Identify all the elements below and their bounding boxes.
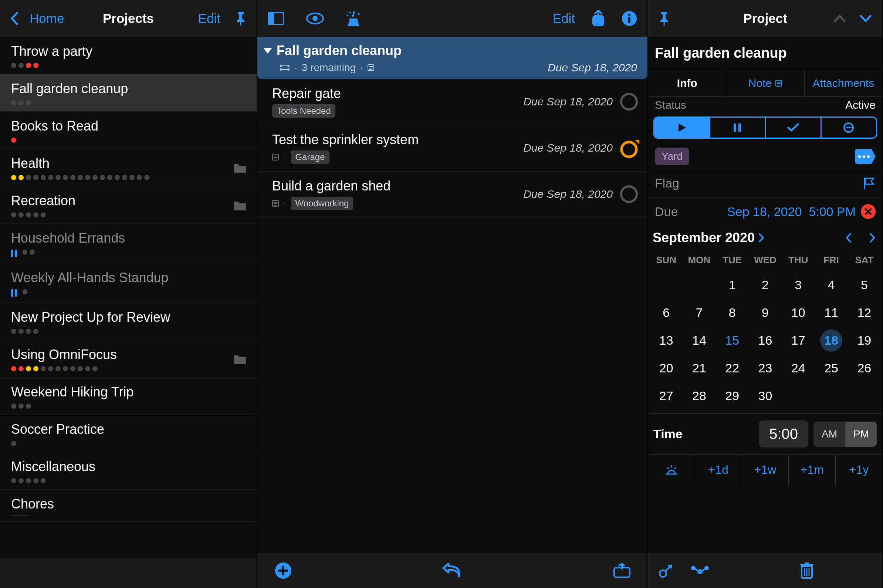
next-item-icon[interactable] [859,14,872,22]
calendar-day[interactable]: 18 [815,327,847,354]
calendar-day[interactable]: 1 [716,271,749,299]
pm-button[interactable]: PM [845,422,877,447]
project-header[interactable]: Fall garden cleanup · 3 remaining · Due … [257,37,648,79]
am-button[interactable]: AM [814,422,845,447]
status-circle[interactable] [619,138,639,158]
status-circle[interactable] [619,92,639,111]
back-chevron-icon[interactable] [10,12,18,26]
calendar-day[interactable]: 10 [782,299,815,327]
pin-icon[interactable] [658,11,670,26]
shortcut-+1y[interactable]: +1y [836,454,882,485]
calendar-day[interactable]: 6 [650,299,682,327]
delete-icon[interactable] [800,562,814,579]
calendar-day[interactable]: 2 [749,271,782,299]
calendar-day[interactable]: 28 [682,382,715,410]
project-item[interactable]: Miscellaneous [0,452,256,490]
tag-chip[interactable]: Woodworking [291,197,353,210]
calendar-day[interactable]: 4 [815,271,847,299]
clear-due-button[interactable] [861,204,876,219]
paused-icon [11,289,17,297]
time-value[interactable]: 5:00 [759,420,808,447]
tag-chip[interactable]: Garage [291,150,329,164]
cleanup-icon[interactable] [346,10,361,27]
status-active-button[interactable] [655,118,709,138]
calendar-day[interactable]: 30 [749,382,782,410]
flag-icon[interactable] [862,177,876,190]
calendar-day[interactable]: 26 [848,354,881,382]
calendar-day[interactable]: 5 [848,271,881,299]
calendar-day[interactable]: 29 [716,382,749,410]
calendar-day[interactable]: 12 [848,299,881,327]
calendar-day[interactable]: 27 [650,382,682,410]
disclosure-triangle-icon[interactable] [263,48,272,54]
tag-more-button[interactable] [855,149,876,164]
prev-item-icon[interactable] [834,14,846,22]
status-onhold-button[interactable] [709,118,765,138]
calendar-day[interactable]: 8 [716,299,749,327]
type-icon[interactable] [690,565,709,576]
task-row[interactable]: Repair gateTools NeededDue Sep 18, 2020 [257,79,648,125]
calendar-day[interactable]: 25 [815,354,847,382]
status-dropped-button[interactable] [820,118,876,138]
calendar-day[interactable]: 11 [815,299,847,327]
project-item[interactable]: Health [0,149,256,186]
calendar-day[interactable]: 22 [716,354,749,382]
outline-edit-link[interactable]: Edit [553,11,575,26]
project-item[interactable]: Using OmniFocus [0,340,256,378]
share-icon[interactable] [591,10,605,27]
sidebar-toggle-icon[interactable] [268,12,284,25]
project-item[interactable]: Throw a party [0,37,256,74]
tab-note[interactable]: Note [726,70,804,96]
calendar-day[interactable]: 21 [682,354,715,382]
project-item[interactable]: Chores [0,490,256,522]
calendar-day[interactable]: 16 [749,327,782,354]
calendar-day[interactable]: 19 [848,327,881,354]
shortcut-+1w[interactable]: +1w [742,454,789,485]
shortcut-+1m[interactable]: +1m [789,454,836,485]
calendar-day[interactable]: 14 [682,327,715,354]
calendar-day[interactable]: 3 [782,271,815,299]
undo-button[interactable] [442,563,463,578]
projects-list[interactable]: Throw a partyFall garden cleanupBooks to… [0,37,256,558]
project-item[interactable]: Weekly All-Hands Standup [0,263,256,303]
tag-chip[interactable]: Yard [655,147,689,165]
project-item[interactable]: Fall garden cleanup [0,74,256,112]
back-home-link[interactable]: Home [30,11,64,26]
shortcut-today[interactable] [648,454,695,485]
calendar-day[interactable]: 23 [749,354,782,382]
quick-entry-button[interactable] [613,563,630,578]
calendar-day[interactable]: 13 [650,327,682,354]
cal-next-button[interactable] [869,232,876,243]
shortcut-+1d[interactable]: +1d [695,454,742,485]
project-item[interactable]: Weekend Hiking Trip [0,378,256,415]
project-item[interactable]: Household Errands [0,224,256,263]
status-circle[interactable] [619,184,639,204]
due-row[interactable]: Due Sep 18, 2020 5:00 PM [648,198,882,226]
calendar-day[interactable]: 9 [749,299,782,327]
project-item[interactable]: Books to Read [0,112,256,149]
projects-edit-link[interactable]: Edit [198,11,220,26]
view-options-icon[interactable] [306,13,324,24]
calendar-day[interactable]: 24 [782,354,815,382]
pin-icon[interactable] [235,11,246,26]
tab-attachments[interactable]: Attachments [804,70,882,96]
project-item[interactable]: Soccer Practice [0,415,256,452]
task-row[interactable]: Build a garden shed·WoodworkingDue Sep 1… [257,172,648,218]
add-task-button[interactable] [274,562,292,579]
project-item[interactable]: New Project Up for Review [0,303,256,340]
calendar-day[interactable]: 17 [782,327,815,354]
project-item[interactable]: Recreation [0,186,256,224]
flag-row[interactable]: Flag [648,170,882,197]
calendar-day[interactable]: 15 [716,327,749,354]
tag-chip[interactable]: Tools Needed [272,104,335,118]
status-completed-button[interactable] [765,118,820,138]
cal-prev-button[interactable] [845,232,852,243]
convert-icon[interactable] [658,563,673,578]
calendar-month-button[interactable]: September 2020 [653,230,764,246]
tab-info[interactable]: Info [648,70,726,96]
info-icon[interactable] [622,11,637,26]
calendar-grid: SUNMONTUEWEDTHUFRISAT1234567891011121314… [648,249,882,414]
calendar-day[interactable]: 7 [682,299,715,327]
calendar-day[interactable]: 20 [650,354,682,382]
task-row[interactable]: Test the sprinkler system·GarageDue Sep … [257,125,648,172]
